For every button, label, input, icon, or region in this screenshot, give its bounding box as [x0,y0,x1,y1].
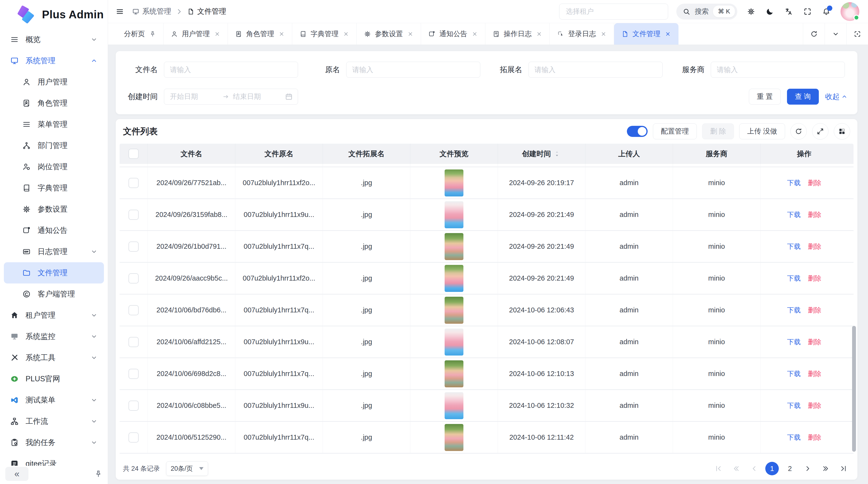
close-icon[interactable] [407,31,413,37]
tab[interactable]: 字典管理 [292,23,356,44]
expand-table-button[interactable] [812,123,829,139]
pager-button[interactable] [712,462,725,475]
close-icon[interactable] [536,31,542,37]
reset-button[interactable]: 重 置 [749,89,781,105]
delete-link[interactable]: 删除 [808,337,822,347]
row-checkbox[interactable] [128,305,138,315]
delete-link[interactable]: 删除 [808,369,822,379]
delete-link[interactable]: 删除 [808,305,822,315]
column-header[interactable]: 文件名 [148,144,235,164]
date-range-picker[interactable]: 开始日期 结束日期 [164,89,298,105]
pager-button[interactable]: 2 [783,462,797,475]
row-checkbox[interactable] [128,178,138,188]
pager-button[interactable] [837,462,850,475]
pager-button[interactable] [747,462,761,475]
row-checkbox[interactable] [128,337,138,347]
file-preview-image[interactable] [444,424,463,451]
delete-link[interactable]: 删除 [808,242,822,251]
column-header[interactable]: 创建时间 [498,144,585,164]
sidebar-item[interactable]: 通知公告 [4,220,104,241]
close-icon[interactable] [600,31,607,37]
file-preview-image[interactable] [444,201,463,228]
sidebar-item[interactable]: 岗位管理 [4,156,104,178]
row-checkbox[interactable] [128,273,138,284]
delete-link[interactable]: 删除 [808,210,822,219]
column-header[interactable]: 服务商 [673,144,761,164]
column-settings-button[interactable] [834,123,850,139]
column-header[interactable]: 操作 [761,144,848,164]
download-link[interactable]: 下载 [787,210,801,219]
refresh-table-button[interactable] [790,123,807,139]
file-preview-image[interactable] [444,297,463,324]
tab-menu-button[interactable] [825,23,846,44]
pager-button[interactable] [819,462,832,475]
start-date-placeholder[interactable]: 开始日期 [170,92,219,101]
sidebar-item[interactable]: 用户管理 [4,71,104,93]
sidebar-item[interactable]: PLUS官网 [4,368,104,389]
delete-link[interactable]: 删除 [808,433,822,442]
tab[interactable]: 操作日志 [485,23,550,44]
refresh-tab-button[interactable] [803,23,825,44]
upload-button[interactable]: 上传 没做 [739,123,785,139]
sidebar-item[interactable]: 文件管理 [4,262,104,284]
search-button[interactable]: 查 询 [787,89,819,105]
close-icon[interactable] [278,31,285,37]
breadcrumb-item[interactable]: 系统管理 [132,6,171,17]
tab[interactable]: 登录日志 [550,23,614,44]
download-link[interactable]: 下载 [787,337,801,347]
column-header[interactable]: 文件拓展名 [323,144,410,164]
download-link[interactable]: 下载 [787,401,801,410]
table-scrollbar-thumb[interactable] [852,326,856,452]
sidebar-item[interactable]: 日志管理 [4,241,104,262]
pin-icon[interactable] [94,470,102,478]
file-preview-image[interactable] [444,265,463,292]
sidebar-item[interactable]: 系统监控 [4,326,104,347]
dark-mode-moon-icon[interactable] [766,7,774,16]
close-icon[interactable] [214,31,220,37]
global-search[interactable]: 搜索 ⌘ K [676,4,737,20]
breadcrumb-item-current[interactable]: 文件管理 [187,6,226,17]
download-link[interactable]: 下载 [787,369,801,379]
content-fullscreen-button[interactable] [846,23,868,44]
fullscreen-icon[interactable] [803,7,812,16]
sidebar-item[interactable]: 字典管理 [4,178,104,199]
file-preview-image[interactable] [444,360,463,387]
tab[interactable]: 参数设置 [356,23,421,44]
user-avatar[interactable] [840,2,859,21]
tab[interactable]: 角色管理 [228,23,292,44]
download-link[interactable]: 下载 [787,433,801,442]
end-date-placeholder[interactable]: 结束日期 [233,92,282,101]
select-all-checkbox[interactable] [128,149,138,159]
delete-link[interactable]: 删除 [808,179,822,188]
language-translate-icon[interactable] [784,7,793,16]
close-icon[interactable] [665,31,671,37]
pager-button[interactable] [801,462,814,475]
column-header[interactable]: 文件原名 [235,144,323,164]
tab[interactable]: 分析页 [117,23,163,44]
delete-button[interactable]: 删 除 [702,123,734,139]
delete-link[interactable]: 删除 [808,274,822,283]
sidebar-item[interactable]: 部门管理 [4,135,104,156]
row-checkbox[interactable] [128,432,138,443]
pin-icon[interactable] [149,31,156,37]
pager-button[interactable] [730,462,743,475]
download-link[interactable]: 下载 [787,242,801,251]
tab[interactable]: 文件管理 [614,23,679,44]
sidebar-item[interactable]: 菜单管理 [4,114,104,135]
download-link[interactable]: 下载 [787,274,801,283]
filter-input[interactable] [164,62,298,77]
file-preview-image[interactable] [444,392,463,419]
column-header[interactable]: 上传人 [585,144,673,164]
collapse-filters-link[interactable]: 收起 [825,92,848,102]
file-preview-image[interactable] [444,169,463,196]
sidebar-item[interactable]: 系统管理 [4,50,104,71]
row-checkbox[interactable] [128,210,138,220]
row-checkbox[interactable] [128,400,138,411]
gear-icon[interactable] [747,7,755,16]
delete-link[interactable]: 删除 [808,401,822,410]
sidebar-collapse-button[interactable]: « [5,467,28,481]
sidebar-item[interactable]: 角色管理 [4,93,104,114]
close-icon[interactable] [343,31,349,37]
tab[interactable]: 通知公告 [421,23,485,44]
row-checkbox[interactable] [128,241,138,252]
